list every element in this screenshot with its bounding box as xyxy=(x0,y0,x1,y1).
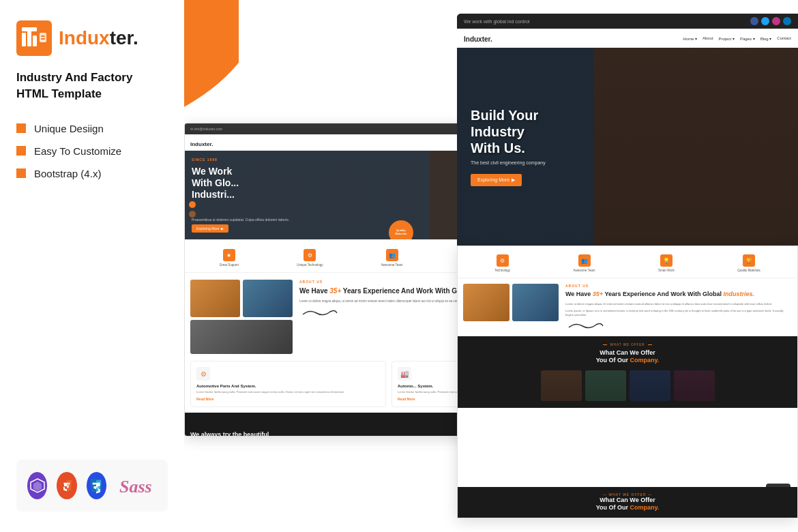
sp-feature-tech: ⚙ Technology xyxy=(494,254,510,272)
mp-nav-logo: Induxter. xyxy=(190,136,213,149)
linkedin-icon xyxy=(783,17,791,25)
big-hero-preview: We work with global ind control Induxter… xyxy=(457,14,798,246)
preview-area: We work with global ind control Induxter… xyxy=(184,0,798,532)
sp-service-card-3 xyxy=(630,370,670,401)
tagline: Industry And Factory HTML Template xyxy=(16,70,168,102)
tech-badges: Sass xyxy=(16,460,168,512)
sp-tech-icon: ⚙ xyxy=(497,254,509,267)
feature-item-2: Easy To Customize xyxy=(16,145,168,157)
bp-hero-content: Build YourIndustryWith Us. The best civi… xyxy=(457,93,559,200)
sp-dark-title: What Can We OfferYou Of Our Company. xyxy=(463,349,792,365)
mp-feature-unique-tech: ⚙ Unique Technology xyxy=(297,249,323,267)
sp-materials-icon: 🏆 xyxy=(743,254,755,267)
dot-1 xyxy=(189,201,196,208)
mp-hero-title: We WorkWith Glo...Industri... xyxy=(192,166,239,200)
html5-badge xyxy=(57,472,76,499)
right-preview: ⚙ Technology 👥 Awesome Team 💡 Smart Work… xyxy=(457,246,798,518)
bp-hero-workers-bg xyxy=(593,48,798,246)
svg-marker-9 xyxy=(33,482,42,491)
left-panel: Induxter. Industry And Factory HTML Temp… xyxy=(0,0,184,532)
twitter-icon xyxy=(761,17,769,25)
css3-badge xyxy=(87,472,106,499)
bp-nav-logo: Induxter. xyxy=(464,32,492,44)
sp-team-icon: 👥 xyxy=(578,254,591,267)
decorative-dots xyxy=(189,201,196,218)
bp-nav-links: Home ▾ About Project ▾ Pages ▾ Blog ▾ Co… xyxy=(683,36,791,41)
sp-dark-label: WHAT WE OFFER xyxy=(463,343,792,346)
bp-topbar: We work with global ind control xyxy=(457,14,798,29)
sp-service-card-4 xyxy=(674,370,715,401)
sp-about-content: ABOUT US We Have 35+ Years Experience An… xyxy=(565,284,792,331)
sp-about-images xyxy=(463,284,559,331)
unique-tech-icon: ⚙ xyxy=(304,249,316,261)
sp-about-img-1 xyxy=(463,284,509,321)
sp-about-img-2 xyxy=(512,284,559,321)
bp-topbar-icons xyxy=(750,17,791,25)
great-support-icon: ★ xyxy=(223,249,235,261)
mp-about-img-team xyxy=(190,320,293,354)
sp-about-title: We Have 35+ Years Experience And Work Wi… xyxy=(565,291,792,299)
svg-rect-5 xyxy=(40,33,46,42)
sp-about-section: ABOUT US We Have 35+ Years Experience An… xyxy=(458,278,797,336)
svg-rect-4 xyxy=(22,27,37,31)
laravel-badge xyxy=(27,472,47,499)
sp-features-row: ⚙ Technology 👥 Awesome Team 💡 Smart Work… xyxy=(458,246,797,278)
sp-feature-team: 👥 Awesome Team xyxy=(574,254,595,272)
brand-name: Induxter. xyxy=(59,27,138,49)
svg-rect-6 xyxy=(41,35,45,37)
svg-rect-7 xyxy=(41,38,45,40)
card-icon-1: ⚙ xyxy=(196,367,210,381)
sp-dark-section: WHAT WE OFFER What Can We OfferYou Of Ou… xyxy=(458,336,797,408)
mp-feature-awesome-team: 👥 Awesome Team xyxy=(381,249,403,267)
mp-hero-btn[interactable]: Exploring More ▶ xyxy=(192,224,228,233)
brand-logo-icon xyxy=(16,20,52,56)
feature-item-1: Unique Desiign xyxy=(16,123,168,134)
svg-rect-1 xyxy=(22,33,26,46)
svg-rect-2 xyxy=(27,30,31,46)
mp-feature-great-support: ★ Great Support xyxy=(220,249,239,267)
feat-dot-3 xyxy=(16,168,26,178)
arrow-icon: ▶ xyxy=(221,226,224,231)
mp-about-images xyxy=(190,280,293,354)
sp-service-card-1 xyxy=(541,370,582,401)
mp-dark-title: We always try the beautifulour customers… xyxy=(190,431,464,437)
mp-about-img-workers xyxy=(190,280,240,317)
arrow-right-icon: ▶ xyxy=(512,177,515,183)
awesome-team-icon: 👥 xyxy=(386,249,398,261)
sp-signature xyxy=(565,321,606,331)
card-icon-2: 🏭 xyxy=(398,367,411,381)
logo-area: Induxter. xyxy=(16,20,168,56)
bp-hero: Build YourIndustryWith Us. The best civi… xyxy=(457,48,798,246)
svg-rect-3 xyxy=(33,35,37,46)
feature-item-3: Bootstrap (4.x) xyxy=(16,168,168,179)
sp-work-icon: 💡 xyxy=(660,254,673,267)
mp-signature xyxy=(299,308,340,318)
bp-hero-title: Build YourIndustryWith Us. xyxy=(471,107,546,156)
mp-quality-badge: QualityMaterials xyxy=(389,220,413,239)
sp-bottom-title: What Can We OfferYou Of Our Company. xyxy=(463,497,792,512)
mp-dark-content: We always try the beautifulour customers… xyxy=(190,431,464,437)
sp-service-card-2 xyxy=(585,370,626,401)
sass-badge: Sass xyxy=(116,472,157,499)
svg-text:Sass: Sass xyxy=(119,477,152,497)
sp-feature-materials: 🏆 Quality Materials xyxy=(737,254,760,272)
feat-dot-1 xyxy=(16,123,26,133)
feat-dot-2 xyxy=(16,146,26,156)
sp-feature-work: 💡 Smart Work xyxy=(658,254,675,272)
sp-services-row xyxy=(463,370,792,401)
sp-bottom-text: — WHAT WE OFFER — What Can We OfferYou O… xyxy=(458,487,797,518)
facebook-icon xyxy=(750,17,758,25)
instagram-icon xyxy=(772,17,780,25)
read-more-1[interactable]: Read More xyxy=(196,397,380,401)
mp-about-img-factory xyxy=(243,280,293,317)
dot-2 xyxy=(189,211,196,218)
bp-navbar: Induxter. Home ▾ About Project ▾ Pages ▾… xyxy=(457,29,798,48)
mp-small-card-1: ⚙ Automotive Parts And System. Lorem far… xyxy=(190,361,386,407)
features-list: Unique Desiign Easy To Customize Bootstr… xyxy=(16,123,168,179)
bp-hero-btn[interactable]: Exploring More ▶ xyxy=(471,174,522,186)
